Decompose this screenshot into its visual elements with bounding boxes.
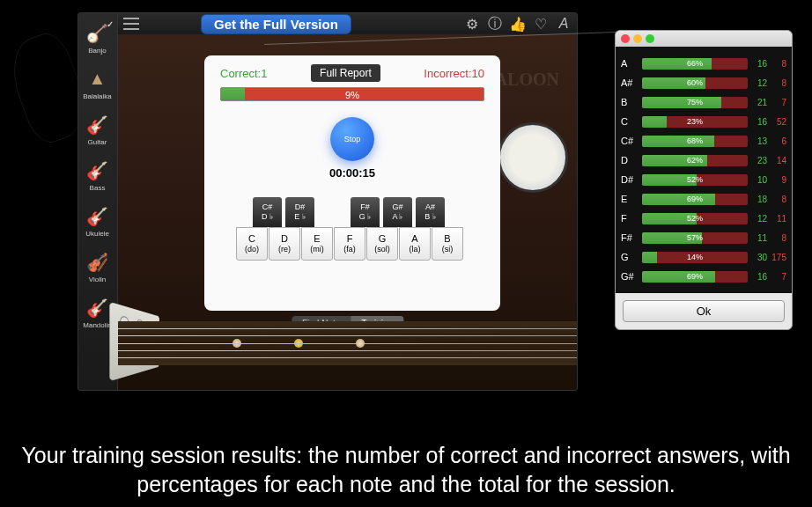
white-key-C[interactable]: C(do): [236, 227, 268, 261]
stat-incorrect: 8: [767, 195, 786, 204]
ukulele-icon: 🎸: [88, 205, 107, 228]
stop-button[interactable]: Stop: [330, 117, 374, 161]
stat-note: D: [621, 155, 642, 165]
stat-row: G#69%167: [621, 267, 786, 286]
black-key-Csharp[interactable]: C#D ♭: [253, 197, 282, 227]
settings-icon[interactable]: ⚙: [464, 16, 480, 32]
stat-bar: 57%: [642, 232, 748, 244]
menu-icon[interactable]: [123, 18, 139, 30]
stat-bar: 62%: [642, 155, 748, 166]
stat-correct: 11: [748, 233, 767, 243]
stat-incorrect: 9: [767, 175, 786, 185]
instrument-label: Balalaika: [83, 92, 111, 100]
stat-row: E69%188: [621, 189, 786, 209]
topbar: Get the Full Version ⚙ ⓘ 👍 ♡ A: [118, 13, 577, 34]
info-icon[interactable]: ⓘ: [487, 16, 503, 32]
window-titlebar[interactable]: [616, 31, 792, 47]
close-window-icon[interactable]: [621, 34, 630, 43]
minimize-window-icon[interactable]: [633, 34, 642, 43]
stat-row: F#57%118: [621, 228, 786, 247]
zoom-window-icon[interactable]: [646, 34, 654, 43]
black-key-Asharp[interactable]: A#B ♭: [416, 197, 445, 227]
stat-row: F52%1211: [621, 209, 786, 228]
caption-text: Your training session results: the numbe…: [0, 441, 812, 498]
training-panel: Correct:1 Full Report Incorrect:10 9% St…: [204, 55, 500, 311]
stat-note: G#: [621, 271, 642, 282]
instrument-label: Mandolin: [83, 321, 111, 329]
full-version-button[interactable]: Get the Full Version: [201, 14, 351, 34]
sidebar-item-ukulele[interactable]: 🎸 Ukulele: [78, 198, 116, 244]
white-key-E[interactable]: E(mi): [301, 227, 333, 261]
stat-row: D62%2314: [621, 151, 786, 170]
stat-bar: 23%: [642, 116, 748, 128]
stat-incorrect: 7: [767, 98, 786, 107]
stat-incorrect: 175: [767, 253, 786, 262]
instrument-label: Ukulele: [85, 230, 109, 238]
correct-label: Correct:1: [220, 67, 267, 80]
stat-bar: 69%: [642, 194, 748, 205]
white-key-F[interactable]: F(fa): [334, 227, 365, 261]
white-key-A[interactable]: A(la): [399, 227, 431, 261]
stat-note: F: [621, 213, 642, 224]
stat-note: C: [621, 116, 642, 127]
instrument-label: Guitar: [88, 138, 107, 146]
stat-correct: 12: [748, 78, 767, 88]
black-key-Gsharp[interactable]: G#A ♭: [383, 197, 412, 227]
stat-row: B75%217: [621, 92, 786, 112]
banjo-icon: 🪕: [88, 22, 107, 45]
heart-icon[interactable]: ♡: [533, 16, 549, 32]
stat-note: C#: [621, 136, 642, 146]
stat-bar: 69%: [642, 271, 748, 283]
stat-incorrect: 11: [767, 214, 786, 224]
sidebar-item-violin[interactable]: 🎻 Violin: [78, 244, 116, 290]
sidebar-item-bass[interactable]: 🎸 Bass: [78, 152, 116, 198]
stat-bar: 52%: [642, 174, 748, 186]
stat-correct: 16: [748, 117, 767, 127]
ok-button[interactable]: Ok: [623, 300, 785, 322]
stat-note: F#: [621, 232, 642, 243]
app-window: 🪕 Banjo ▲ Balalaika 🎸 Guitar 🎸 Bass 🎸 Uk…: [78, 12, 578, 391]
mandolin-icon: 🎸: [88, 297, 107, 320]
stat-note: A#: [621, 77, 642, 88]
white-key-G[interactable]: G(sol): [366, 227, 398, 261]
stat-incorrect: 6: [767, 136, 786, 146]
stat-bar: 60%: [642, 77, 748, 89]
stat-bar: 14%: [642, 252, 748, 263]
banjo-body-decoration: [498, 122, 568, 193]
stat-correct: 16: [748, 272, 767, 282]
tuning-fork-icon[interactable]: A: [556, 16, 572, 32]
stat-correct: 16: [748, 59, 767, 69]
progress-text: 9%: [221, 88, 484, 101]
black-key-Fsharp[interactable]: F#G ♭: [351, 197, 380, 227]
stat-correct: 18: [748, 195, 767, 204]
stat-row: C23%1652: [621, 112, 786, 131]
stage-background: Correct:1 Full Report Incorrect:10 9% St…: [118, 34, 577, 390]
stat-incorrect: 14: [767, 156, 786, 165]
stat-note: A: [621, 58, 642, 69]
thumbs-up-icon[interactable]: 👍: [510, 16, 526, 32]
fretboard[interactable]: [118, 321, 577, 365]
stat-row: C#68%136: [621, 131, 786, 151]
sidebar-item-banjo[interactable]: 🪕 Banjo: [78, 15, 116, 61]
white-key-B[interactable]: B(si): [432, 227, 463, 261]
stat-incorrect: 8: [767, 59, 786, 69]
report-body: A66%168A#60%128B75%217C23%1652C#68%136D6…: [616, 47, 792, 293]
stat-note: E: [621, 194, 642, 204]
progress-bar: 9%: [220, 87, 484, 101]
stat-row: A#60%128: [621, 73, 786, 92]
full-report-button[interactable]: Full Report: [311, 64, 380, 82]
sidebar-item-balalaika[interactable]: ▲ Balalaika: [78, 61, 116, 107]
white-key-D[interactable]: D(re): [269, 227, 300, 261]
instrument-label: Bass: [90, 184, 106, 192]
stat-correct: 10: [748, 175, 767, 185]
stat-bar: 75%: [642, 97, 748, 108]
black-key-Dsharp[interactable]: D#E ♭: [285, 197, 314, 227]
stat-correct: 13: [748, 136, 767, 146]
stat-incorrect: 52: [767, 117, 786, 127]
instrument-label: Banjo: [88, 47, 106, 55]
stat-incorrect: 8: [767, 233, 786, 243]
report-window: A66%168A#60%128B75%217C23%1652C#68%136D6…: [615, 30, 793, 330]
sidebar-item-guitar[interactable]: 🎸 Guitar: [78, 107, 116, 152]
stat-row: G14%30175: [621, 247, 786, 267]
stat-row: A66%168: [621, 54, 786, 73]
